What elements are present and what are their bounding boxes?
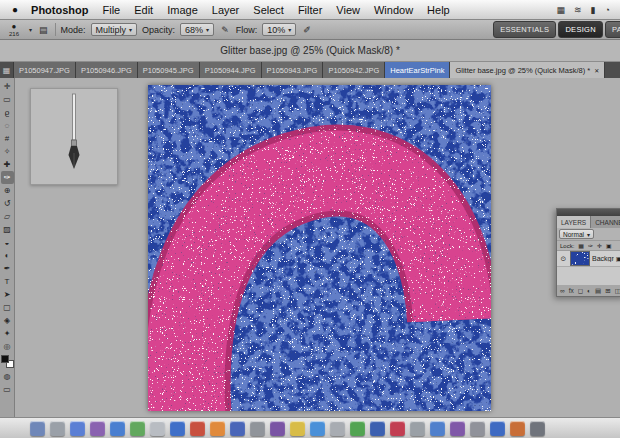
- dock-icon[interactable]: [370, 421, 385, 436]
- menu-layer[interactable]: Layer: [205, 4, 247, 16]
- dock-icon[interactable]: [30, 421, 45, 436]
- tool-hand[interactable]: ✦: [1, 327, 14, 340]
- layer-blend-mode-select[interactable]: Normal ▾: [559, 229, 594, 239]
- lock-position-icon[interactable]: ✛: [596, 242, 603, 249]
- clock-icon[interactable]: ◔: [605, 5, 610, 15]
- delete-layer-icon[interactable]: ◫: [615, 287, 620, 295]
- dock-icon[interactable]: [230, 421, 245, 436]
- foreground-color-swatch[interactable]: [1, 355, 9, 363]
- tab-heartearstrpink[interactable]: HeartEarStrPink: [385, 62, 450, 78]
- layer-mask-icon[interactable]: ◻: [578, 287, 583, 295]
- menu-help[interactable]: Help: [420, 4, 457, 16]
- lock-transparency-icon[interactable]: ▦: [577, 242, 585, 249]
- tool-move[interactable]: ✛: [1, 80, 14, 93]
- dock-icon[interactable]: [150, 421, 165, 436]
- dock-icon[interactable]: [50, 421, 65, 436]
- menu-edit[interactable]: Edit: [127, 4, 160, 16]
- wifi-icon[interactable]: ≋: [574, 5, 582, 15]
- dock-icon[interactable]: [470, 421, 485, 436]
- document-title-bar[interactable]: Glitter base.jpg @ 25% (Quick Mask/8) *: [0, 40, 620, 62]
- dock-icon[interactable]: [310, 421, 325, 436]
- dock-icon[interactable]: [450, 421, 465, 436]
- tool-pen[interactable]: ✒: [1, 262, 14, 275]
- layer-row-background[interactable]: ⊙ Background ▣: [557, 251, 620, 267]
- tab-strip-grid-icon[interactable]: ▦: [0, 62, 14, 78]
- workspace-paint[interactable]: PAINT: [605, 21, 620, 38]
- brush-preset-caret-icon[interactable]: ▾: [29, 26, 32, 33]
- dock-icon[interactable]: [90, 421, 105, 436]
- layer-thumbnail[interactable]: [570, 251, 590, 266]
- tab-p1050944[interactable]: P1050944.JPG: [200, 62, 262, 78]
- tool-shape[interactable]: ▢: [1, 301, 14, 314]
- menu-window[interactable]: Window: [367, 4, 420, 16]
- tool-gradient[interactable]: ▨: [1, 223, 14, 236]
- opacity-field[interactable]: 68% ▾: [180, 23, 214, 36]
- tool-clone-stamp[interactable]: ⊕: [1, 184, 14, 197]
- tab-p1050946[interactable]: P1050946.JPG: [76, 62, 138, 78]
- menu-view[interactable]: View: [329, 4, 367, 16]
- dock-icon[interactable]: [210, 421, 225, 436]
- dock-icon[interactable]: [250, 421, 265, 436]
- tool-history-brush[interactable]: ↺: [1, 197, 14, 210]
- dock-icon[interactable]: [490, 421, 505, 436]
- dock-icon[interactable]: [390, 421, 405, 436]
- dock-icon[interactable]: [130, 421, 145, 436]
- dock-icon[interactable]: [190, 421, 205, 436]
- dock-icon[interactable]: [330, 421, 345, 436]
- layer-effects-icon[interactable]: fx: [569, 287, 574, 294]
- dock-icon[interactable]: [510, 421, 525, 436]
- tab-channels[interactable]: CHANNELS: [591, 216, 620, 228]
- tool-path-selection[interactable]: ➤: [1, 288, 14, 301]
- dock-icon[interactable]: [110, 421, 125, 436]
- quick-mask-button[interactable]: ◍: [1, 370, 14, 383]
- adjustment-layer-icon[interactable]: ◐: [587, 287, 591, 294]
- tablet-pressure-icon[interactable]: ✎: [219, 25, 231, 35]
- menu-file[interactable]: File: [95, 4, 127, 16]
- dock-icon[interactable]: [530, 421, 545, 436]
- workspace-design[interactable]: DESIGN: [558, 21, 603, 38]
- dock-icon[interactable]: [430, 421, 445, 436]
- lock-image-icon[interactable]: ✑: [587, 242, 594, 249]
- brush-panel-toggle-icon[interactable]: ▤: [37, 25, 50, 35]
- blend-mode-select[interactable]: Multiply ▾: [91, 23, 138, 36]
- tool-zoom[interactable]: ◎: [1, 340, 14, 353]
- menu-select[interactable]: Select: [246, 4, 291, 16]
- apple-menu-icon[interactable]: ●: [6, 4, 24, 15]
- tool-lasso[interactable]: ϱ: [1, 106, 14, 119]
- tool-blur[interactable]: ◒: [1, 236, 14, 249]
- panel-grip[interactable]: [557, 209, 620, 216]
- tool-quick-selection[interactable]: ◌: [1, 119, 14, 132]
- canvas-document[interactable]: [148, 85, 491, 411]
- layer-group-icon[interactable]: ▤: [595, 287, 601, 295]
- tab-p1050945[interactable]: P1050945.JPG: [138, 62, 200, 78]
- tool-marquee[interactable]: ▭: [1, 93, 14, 106]
- tool-dodge[interactable]: ◐: [1, 249, 14, 262]
- flow-field[interactable]: 10% ▾: [262, 23, 296, 36]
- airbrush-toggle-icon[interactable]: ✐: [301, 25, 313, 35]
- tab-p1050943[interactable]: P1050943.JPG: [262, 62, 324, 78]
- menu-photoshop[interactable]: Photoshop: [24, 4, 95, 16]
- link-layers-icon[interactable]: ∞: [560, 287, 565, 294]
- tool-eyedropper[interactable]: ✧: [1, 145, 14, 158]
- menu-filter[interactable]: Filter: [291, 4, 329, 16]
- tool-eraser[interactable]: ▱: [1, 210, 14, 223]
- dock-icon[interactable]: [270, 421, 285, 436]
- lock-all-icon[interactable]: ▣: [605, 242, 613, 249]
- brush-preset-picker[interactable]: ● 216: [4, 23, 24, 37]
- dock-icon[interactable]: [290, 421, 305, 436]
- tool-type[interactable]: T: [1, 275, 14, 288]
- glitter-image[interactable]: [148, 85, 491, 411]
- screen-mode-button[interactable]: ▭: [1, 383, 14, 396]
- menu-image[interactable]: Image: [160, 4, 205, 16]
- tool-crop[interactable]: #: [1, 132, 14, 145]
- layer-visibility-eye-icon[interactable]: ⊙: [559, 255, 568, 263]
- new-layer-icon[interactable]: ⊞: [605, 287, 610, 295]
- tab-glitter-base[interactable]: Glitter base.jpg @ 25% (Quick Mask/8) * …: [450, 62, 605, 78]
- battery-icon[interactable]: ▮: [591, 5, 596, 15]
- dock-icon[interactable]: [70, 421, 85, 436]
- tool-3d-rotate[interactable]: ◈: [1, 314, 14, 327]
- dock-icon[interactable]: [410, 421, 425, 436]
- status-grid-icon[interactable]: ▦: [557, 5, 566, 15]
- workspace-essentials[interactable]: ESSENTIALS: [493, 21, 556, 38]
- tool-healing-brush[interactable]: ✚: [1, 158, 14, 171]
